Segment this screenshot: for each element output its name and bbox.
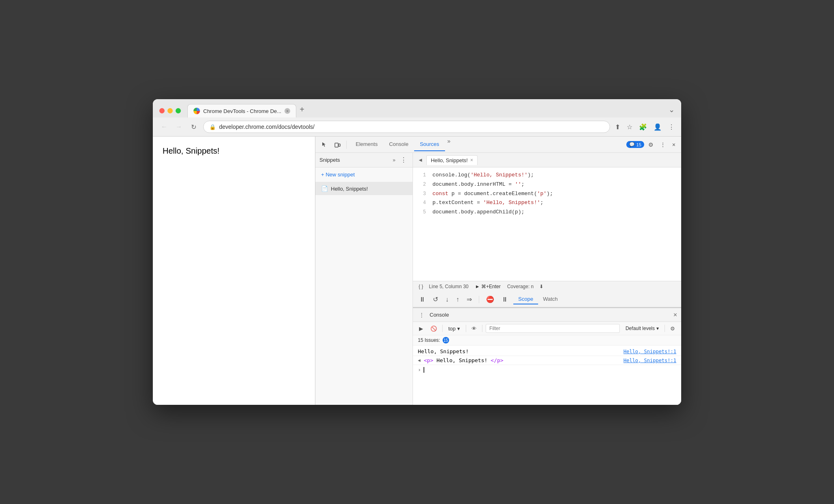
breakpoints-button[interactable]: ⛔ (484, 294, 496, 304)
console-sep-1 (442, 325, 443, 332)
address-bar: ← → ↻ 🔒 developer.chrome.com/docs/devtoo… (153, 117, 681, 137)
snippet-item-hello[interactable]: 📄 Hello, Snippets! (315, 182, 413, 195)
bookmark-icon[interactable]: ☆ (627, 123, 632, 131)
console-execute-button[interactable]: ▶ (417, 324, 425, 333)
code-content: 1 console.log('Hello, Snippets!'); 2 doc… (413, 167, 681, 281)
snippets-title: Snippets (319, 157, 389, 163)
console-input-line[interactable]: › (413, 365, 681, 374)
fullscreen-traffic-light[interactable] (176, 108, 181, 113)
inspect-element-button[interactable] (319, 140, 330, 150)
console-prompt: › (418, 367, 421, 373)
main-content: Hello, Snippets! Elemen (153, 137, 681, 405)
tab-bar: Chrome DevTools - Chrome De... × + ⌄ (187, 104, 675, 117)
refresh-button[interactable]: ↻ (189, 122, 198, 132)
console-log-line-2: ◀ <p> Hello, Snippets! </p> Hello, Snipp… (413, 356, 681, 365)
tab-title: Chrome DevTools - Chrome De... (203, 108, 281, 114)
console-more-button[interactable]: ⋮ (417, 311, 426, 319)
issues-count-badge: 15 (443, 337, 449, 343)
more-icon[interactable]: ⋮ (668, 123, 675, 131)
scope-watch-tabs: Scope Watch (513, 294, 677, 304)
editor-tab-close[interactable]: × (470, 157, 473, 163)
browser-toolbar-icons: ⬆ ☆ 🧩 👤 ⋮ (615, 123, 675, 131)
debugger-separator (479, 296, 479, 303)
step-over-button[interactable]: ↺ (431, 294, 440, 304)
editor-statusbar: { } Line 5, Column 30 ► ⌘+Enter Coverage… (413, 281, 681, 292)
console-log-link-1[interactable]: Hello, Snippets!:1 (623, 349, 676, 354)
console-block-button[interactable]: 🚫 (428, 324, 439, 333)
snippet-name: Hello, Snippets! (331, 186, 368, 192)
snippets-sidebar-header: Snippets » ⋮ (315, 153, 413, 167)
pause-on-exceptions-button[interactable]: ⏸ (500, 295, 510, 304)
issues-count: 15 (443, 338, 448, 343)
code-line-1: 1 console.log('Hello, Snippets!'); (413, 171, 681, 180)
console-close-button[interactable]: × (673, 311, 677, 319)
devtools-body: Snippets » ⋮ + New snippet 📄 Hello, Snip… (315, 153, 681, 405)
forward-button[interactable]: → (174, 122, 184, 132)
console-log-text-1: Hello, Snippets! (418, 348, 469, 354)
editor-tab-bar: ◄ Hello, Snippets! × (413, 153, 681, 167)
snippet-file-icon: 📄 (321, 185, 328, 192)
svg-rect-1 (339, 144, 340, 146)
step-into-button[interactable]: ↓ (443, 295, 451, 304)
status-position: Line 5, Column 30 (429, 284, 468, 289)
console-html-tag: <p> (424, 357, 433, 363)
snippets-more-button[interactable]: ⋮ (399, 155, 408, 165)
profile-icon[interactable]: 👤 (654, 123, 662, 131)
devtools-panel: Elements Console Sources » 💬 15 ⚙ ⋮ × (315, 137, 681, 405)
code-line-4: 4 p.textContent = 'Hello, Snippets!'; (413, 198, 681, 208)
console-top-dropdown[interactable]: top ▾ (446, 324, 463, 333)
issues-badge[interactable]: 💬 15 (626, 141, 644, 148)
run-snippet-button[interactable]: ► ⌘+Enter (473, 283, 503, 290)
console-header: ⋮ Console × (413, 308, 681, 322)
scope-tab[interactable]: Scope (513, 294, 538, 304)
more-tabs-icon[interactable]: » (445, 138, 453, 151)
console-cursor (424, 367, 424, 373)
expand-button[interactable]: ⬇ (538, 283, 545, 290)
new-snippet-button[interactable]: + New snippet (315, 167, 413, 182)
badge-count: 15 (636, 142, 641, 147)
tab-close-button[interactable]: × (285, 108, 290, 114)
snippets-chevron[interactable]: » (391, 156, 397, 164)
editor-back-button[interactable]: ◄ (416, 155, 425, 165)
console-html-close-tag: </p> (491, 357, 503, 363)
page-content: Hello, Snippets! (153, 137, 315, 405)
console-output: Hello, Snippets! Hello, Snippets!:1 ◀ <p… (413, 345, 681, 405)
watch-tab[interactable]: Watch (538, 294, 563, 304)
collapse-arrow[interactable]: ◀ (418, 358, 421, 363)
url-text: developer.chrome.com/docs/devtools/ (219, 124, 604, 130)
browser-tab[interactable]: Chrome DevTools - Chrome De... × (187, 104, 296, 117)
tab-console[interactable]: Console (383, 138, 414, 151)
new-tab-button[interactable]: + (296, 105, 308, 117)
device-toolbar-button[interactable] (332, 140, 343, 150)
dropdown-arrow: ▾ (457, 326, 460, 332)
tab-favicon (193, 108, 200, 114)
console-issues-bar: 15 Issues: 15 (413, 335, 681, 345)
console-log-link-2[interactable]: Hello, Snippets!:1 (623, 358, 676, 363)
tab-sources[interactable]: Sources (414, 138, 445, 151)
back-button[interactable]: ← (159, 122, 169, 132)
step-next-button[interactable]: ⇒ (465, 294, 474, 304)
step-out-button[interactable]: ↑ (454, 295, 461, 304)
code-line-5: 5 document.body.appendChild(p); (413, 208, 681, 217)
format-button[interactable]: { } (417, 283, 425, 290)
code-line-2: 2 document.body.innerHTML = ''; (413, 180, 681, 189)
editor-tab-hello[interactable]: Hello, Snippets! × (426, 155, 478, 165)
extension-icon[interactable]: 🧩 (639, 123, 647, 131)
top-label: top (448, 326, 456, 332)
console-filter-input[interactable] (486, 324, 620, 333)
devtools-close-button[interactable]: × (670, 140, 678, 150)
close-traffic-light[interactable] (159, 108, 165, 113)
default-levels-button[interactable]: Default levels ▾ (623, 324, 661, 332)
code-text-4: p.textContent = 'Hello, Snippets!'; (432, 199, 543, 207)
url-bar[interactable]: 🔒 developer.chrome.com/docs/devtools/ (203, 121, 610, 133)
console-eye-button[interactable]: 👁 (469, 324, 479, 333)
console-sep-2 (466, 325, 466, 332)
devtools-more-button[interactable]: ⋮ (658, 140, 668, 150)
devtools-settings-button[interactable]: ⚙ (646, 140, 656, 150)
share-icon[interactable]: ⬆ (615, 123, 620, 131)
tab-elements[interactable]: Elements (350, 138, 383, 151)
console-settings-button[interactable]: ⚙ (668, 324, 677, 333)
minimize-traffic-light[interactable] (167, 108, 173, 113)
tab-overflow-icon[interactable]: ⌄ (669, 105, 675, 117)
pause-debugger-button[interactable]: ⏸ (417, 295, 428, 304)
